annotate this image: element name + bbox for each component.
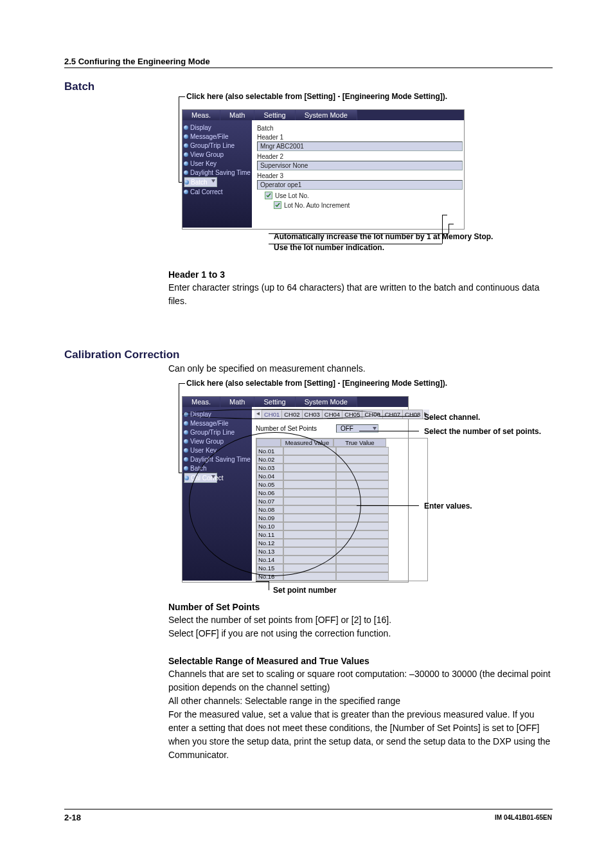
- select-nsp[interactable]: OFF: [336, 424, 378, 433]
- anno-enter-values: Enter values.: [424, 502, 472, 511]
- anno-line: [442, 215, 447, 215]
- tree-item-viewgroup[interactable]: View Group: [184, 150, 251, 159]
- footer-rule: [64, 809, 553, 809]
- menu-math[interactable]: Math: [220, 397, 254, 407]
- anno-set-point-number: Set point number: [273, 586, 337, 595]
- label-auto-inc: Lot No. Auto Increment: [284, 202, 350, 209]
- anno-select-channel: Select channel.: [424, 413, 480, 422]
- tree-item-message[interactable]: Message/File: [184, 419, 251, 428]
- tree-item-group[interactable]: Group/Trip Line: [184, 428, 251, 437]
- tree-item-batch[interactable]: Batch: [184, 177, 217, 187]
- tree-item-message[interactable]: Message/File: [184, 132, 251, 141]
- tree-item-group[interactable]: Group/Trip Line: [184, 141, 251, 150]
- heading-cal: Calibration Correction: [64, 348, 179, 361]
- section-header: 2.5 Confiuring the Engineering Mode: [64, 57, 210, 66]
- menu-meas[interactable]: Meas.: [182, 110, 220, 120]
- menu-math[interactable]: Math: [220, 110, 254, 120]
- checkbox-use-lot[interactable]: Use Lot No.: [265, 192, 463, 199]
- tree-batch: Display Message/File Group/Trip Line Vie…: [182, 120, 252, 228]
- anno-line: [269, 581, 269, 590]
- para-cal-intro: Can only be specified on measurement cha…: [168, 362, 554, 375]
- tree-item-cal[interactable]: Cal Correct: [184, 187, 251, 196]
- bracket-tick: [179, 383, 185, 384]
- th-true: True Value: [333, 439, 386, 447]
- anno-line: [449, 224, 454, 224]
- bracket-cal: [179, 383, 179, 473]
- caption-cal: Click here (also selectable from [Settin…: [186, 379, 447, 388]
- label-header2: Header 2: [257, 153, 463, 160]
- checkbox-auto-inc[interactable]: Lot No. Auto Increment: [274, 201, 463, 209]
- screenshot-batch: Meas. Math Setting System Mode Display M…: [182, 109, 465, 230]
- label-use-lot: Use Lot No.: [275, 192, 309, 199]
- bracket-tick: [179, 96, 185, 97]
- menubar: Meas. Math Setting System Mode: [182, 110, 464, 120]
- cell-true[interactable]: [336, 564, 389, 572]
- menu-meas[interactable]: Meas.: [182, 397, 220, 407]
- para-srange: Channels that are set to scaling or squa…: [168, 667, 554, 762]
- heading-batch: Batch: [64, 80, 94, 93]
- tree-item-userkey[interactable]: User Key: [184, 159, 251, 168]
- menu-setting[interactable]: Setting: [254, 397, 295, 407]
- cell-true[interactable]: [336, 556, 389, 564]
- oval-table: [189, 432, 361, 576]
- label-batch-title: Batch: [257, 125, 463, 132]
- anno-use-lot: Use the lot number indication.: [274, 242, 384, 253]
- input-header2[interactable]: Supervisor None: [257, 161, 463, 170]
- tree-item-display[interactable]: Display: [184, 123, 251, 132]
- anno-auto-increment: Automatically increase the lot number by…: [274, 231, 493, 242]
- tab-ch07[interactable]: CH07: [382, 410, 403, 419]
- bracket-batch: [179, 96, 179, 182]
- para-header1to3: Enter character strings (up to 64 charac…: [168, 281, 557, 308]
- check-icon: [274, 201, 281, 209]
- menubar: Meas. Math Setting System Mode: [182, 397, 408, 407]
- label-nsp: Number of Set Points: [256, 425, 317, 432]
- anno-line: [256, 581, 269, 582]
- input-header3[interactable]: Operator ope1: [257, 180, 463, 190]
- anno-line: [379, 416, 419, 417]
- subheading-srange: Selectable Range of Measured and True Va…: [168, 655, 369, 668]
- anno-line: [359, 431, 419, 431]
- subheading-header1to3: Header 1 to 3: [168, 268, 225, 282]
- menu-setting[interactable]: Setting: [254, 110, 295, 120]
- subheading-nsp: Number of Set Points: [168, 601, 260, 614]
- page-number: 2-18: [64, 813, 81, 822]
- caption-batch: Click here (also selectable from [Settin…: [186, 92, 447, 101]
- cell-true[interactable]: [336, 447, 389, 455]
- oval-channels: [182, 409, 380, 419]
- anno-select-nsp: Select the number of set points.: [424, 427, 553, 436]
- input-header1[interactable]: Mngr ABC2001: [257, 141, 463, 151]
- label-header3: Header 3: [257, 172, 463, 179]
- anno-line: [357, 505, 419, 506]
- document-id: IM 04L41B01-65EN: [495, 814, 552, 821]
- section-rule: [64, 68, 553, 68]
- tab-ch08[interactable]: CH08: [402, 410, 423, 419]
- cell-true[interactable]: [336, 572, 389, 581]
- cell-true[interactable]: [336, 547, 389, 556]
- label-header1: Header 1: [257, 134, 463, 141]
- detail-batch: Batch Header 1 Mngr ABC2001 Header 2 Sup…: [252, 120, 468, 228]
- para-nsp: Select the number of set points from [OF…: [168, 613, 554, 640]
- menu-system[interactable]: System Mode: [296, 110, 357, 120]
- check-icon: [265, 192, 272, 199]
- menu-system[interactable]: System Mode: [296, 397, 357, 407]
- tree-item-dst[interactable]: Daylight Saving Time: [184, 168, 251, 177]
